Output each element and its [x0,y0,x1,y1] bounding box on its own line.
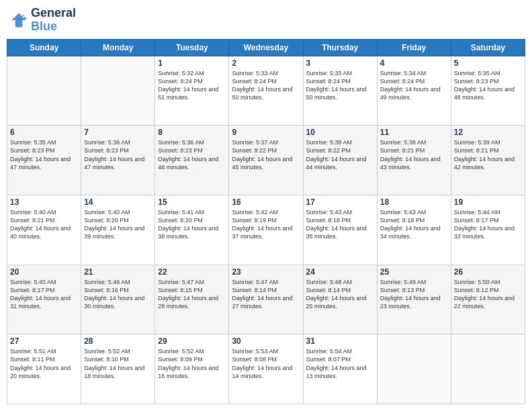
daylight-text: Daylight: 14 hours and 31 minutes. [10,294,78,310]
sunset-text: Sunset: 8:21 PM [380,146,448,154]
daylight-text: Daylight: 14 hours and 16 minutes. [158,364,226,380]
week-row-2: 6Sunrise: 5:35 AMSunset: 8:23 PMDaylight… [7,126,525,195]
day-info: Sunrise: 5:52 AMSunset: 8:10 PMDaylight:… [84,347,152,380]
day-info: Sunrise: 5:36 AMSunset: 8:23 PMDaylight:… [158,138,226,171]
logo-icon [9,11,28,30]
day-cell [7,56,81,126]
daylight-text: Daylight: 14 hours and 44 minutes. [306,155,374,171]
daylight-text: Daylight: 14 hours and 34 minutes. [380,224,448,240]
day-cell: 27Sunrise: 5:51 AMSunset: 8:11 PMDayligh… [7,334,81,404]
day-info: Sunrise: 5:35 AMSunset: 8:23 PMDaylight:… [10,138,78,171]
day-info: Sunrise: 5:48 AMSunset: 8:14 PMDaylight:… [306,278,374,311]
day-number: 10 [306,128,374,137]
day-info: Sunrise: 5:38 AMSunset: 8:21 PMDaylight:… [380,138,448,171]
day-info: Sunrise: 5:32 AMSunset: 8:24 PMDaylight:… [158,69,226,102]
day-info: Sunrise: 5:33 AMSunset: 8:24 PMDaylight:… [306,69,374,102]
day-info: Sunrise: 5:34 AMSunset: 8:24 PMDaylight:… [380,69,448,102]
day-header-sunday: Sunday [7,39,81,56]
day-cell: 25Sunrise: 5:49 AMSunset: 8:13 PMDayligh… [377,265,451,334]
daylight-text: Daylight: 14 hours and 47 minutes. [84,155,152,171]
daylight-text: Daylight: 14 hours and 43 minutes. [380,155,448,171]
sunrise-text: Sunrise: 5:53 AM [232,347,300,355]
sunset-text: Sunset: 8:24 PM [158,77,226,85]
daylight-text: Daylight: 14 hours and 27 minutes. [232,294,300,310]
daylight-text: Daylight: 14 hours and 47 minutes. [10,155,78,171]
day-cell: 13Sunrise: 5:40 AMSunset: 8:21 PMDayligh… [7,195,81,265]
sunrise-text: Sunrise: 5:44 AM [454,208,522,216]
day-cell: 28Sunrise: 5:52 AMSunset: 8:10 PMDayligh… [81,334,155,404]
day-info: Sunrise: 5:43 AMSunset: 8:18 PMDaylight:… [306,208,374,241]
day-cell: 26Sunrise: 5:50 AMSunset: 8:12 PMDayligh… [451,265,525,334]
daylight-text: Daylight: 14 hours and 50 minutes. [306,85,374,101]
sunset-text: Sunset: 8:24 PM [380,77,448,85]
day-number: 2 [232,58,300,68]
daylight-text: Daylight: 14 hours and 22 minutes. [454,294,522,310]
sunrise-text: Sunrise: 5:46 AM [84,278,152,286]
sunrise-text: Sunrise: 5:52 AM [158,347,226,355]
daylight-text: Daylight: 14 hours and 25 minutes. [306,294,374,310]
day-info: Sunrise: 5:47 AMSunset: 8:15 PMDaylight:… [158,278,226,311]
sunrise-text: Sunrise: 5:52 AM [84,347,152,355]
day-number: 21 [84,267,152,277]
day-cell: 14Sunrise: 5:40 AMSunset: 8:20 PMDayligh… [81,195,155,265]
daylight-text: Daylight: 14 hours and 13 minutes. [306,364,374,380]
daylight-text: Daylight: 14 hours and 46 minutes. [158,155,226,171]
sunset-text: Sunset: 8:17 PM [454,216,522,224]
week-row-1: 1Sunrise: 5:32 AMSunset: 8:24 PMDaylight… [7,56,525,126]
day-info: Sunrise: 5:50 AMSunset: 8:12 PMDaylight:… [454,278,522,311]
sunset-text: Sunset: 8:15 PM [158,286,226,294]
day-number: 19 [454,197,522,207]
sunrise-text: Sunrise: 5:42 AM [232,208,300,216]
sunset-text: Sunset: 8:12 PM [454,286,522,294]
sunset-text: Sunset: 8:22 PM [306,146,374,154]
sunset-text: Sunset: 8:23 PM [158,146,226,154]
day-cell: 11Sunrise: 5:38 AMSunset: 8:21 PMDayligh… [377,126,451,195]
day-cell: 30Sunrise: 5:53 AMSunset: 8:08 PMDayligh… [229,334,303,404]
day-info: Sunrise: 5:41 AMSunset: 8:20 PMDaylight:… [158,208,226,241]
day-cell: 9Sunrise: 5:37 AMSunset: 8:22 PMDaylight… [229,126,303,195]
sunset-text: Sunset: 8:14 PM [306,286,374,294]
sunset-text: Sunset: 8:23 PM [454,77,522,85]
day-info: Sunrise: 5:49 AMSunset: 8:13 PMDaylight:… [380,278,448,311]
day-number: 5 [454,58,522,68]
sunrise-text: Sunrise: 5:38 AM [306,138,374,146]
daylight-text: Daylight: 14 hours and 30 minutes. [84,294,152,310]
day-cell: 12Sunrise: 5:39 AMSunset: 8:21 PMDayligh… [451,126,525,195]
sunset-text: Sunset: 8:11 PM [10,355,78,363]
day-info: Sunrise: 5:53 AMSunset: 8:08 PMDaylight:… [232,347,300,380]
sunset-text: Sunset: 8:18 PM [380,216,448,224]
day-info: Sunrise: 5:42 AMSunset: 8:19 PMDaylight:… [232,208,300,241]
day-info: Sunrise: 5:33 AMSunset: 8:24 PMDaylight:… [232,69,300,102]
day-info: Sunrise: 5:37 AMSunset: 8:22 PMDaylight:… [232,138,300,171]
sunrise-text: Sunrise: 5:54 AM [306,347,374,355]
day-info: Sunrise: 5:38 AMSunset: 8:22 PMDaylight:… [306,138,374,171]
day-cell: 7Sunrise: 5:36 AMSunset: 8:23 PMDaylight… [81,126,155,195]
day-cell: 1Sunrise: 5:32 AMSunset: 8:24 PMDaylight… [155,56,229,126]
day-info: Sunrise: 5:40 AMSunset: 8:20 PMDaylight:… [84,208,152,241]
day-cell: 2Sunrise: 5:33 AMSunset: 8:24 PMDaylight… [229,56,303,126]
day-header-tuesday: Tuesday [155,39,229,56]
sunset-text: Sunset: 8:17 PM [10,286,78,294]
day-number: 7 [84,128,152,137]
day-cell: 3Sunrise: 5:33 AMSunset: 8:24 PMDaylight… [303,56,377,126]
day-header-friday: Friday [377,39,451,56]
day-number: 3 [306,58,374,68]
daylight-text: Daylight: 14 hours and 35 minutes. [306,224,374,240]
day-cell: 16Sunrise: 5:42 AMSunset: 8:19 PMDayligh… [229,195,303,265]
sunset-text: Sunset: 8:23 PM [10,146,78,154]
day-cell: 6Sunrise: 5:35 AMSunset: 8:23 PMDaylight… [7,126,81,195]
day-number: 6 [10,128,78,137]
day-info: Sunrise: 5:39 AMSunset: 8:21 PMDaylight:… [454,138,522,171]
day-number: 29 [158,336,226,346]
sunset-text: Sunset: 8:18 PM [306,216,374,224]
day-cell: 18Sunrise: 5:43 AMSunset: 8:18 PMDayligh… [377,195,451,265]
sunset-text: Sunset: 8:20 PM [84,216,152,224]
daylight-text: Daylight: 14 hours and 28 minutes. [158,294,226,310]
sunrise-text: Sunrise: 5:43 AM [306,208,374,216]
sunset-text: Sunset: 8:19 PM [232,216,300,224]
day-info: Sunrise: 5:45 AMSunset: 8:17 PMDaylight:… [10,278,78,311]
calendar-header-row: SundayMondayTuesdayWednesdayThursdayFrid… [7,39,525,56]
sunrise-text: Sunrise: 5:32 AM [158,69,226,77]
day-number: 4 [380,58,448,68]
daylight-text: Daylight: 14 hours and 51 minutes. [158,85,226,101]
